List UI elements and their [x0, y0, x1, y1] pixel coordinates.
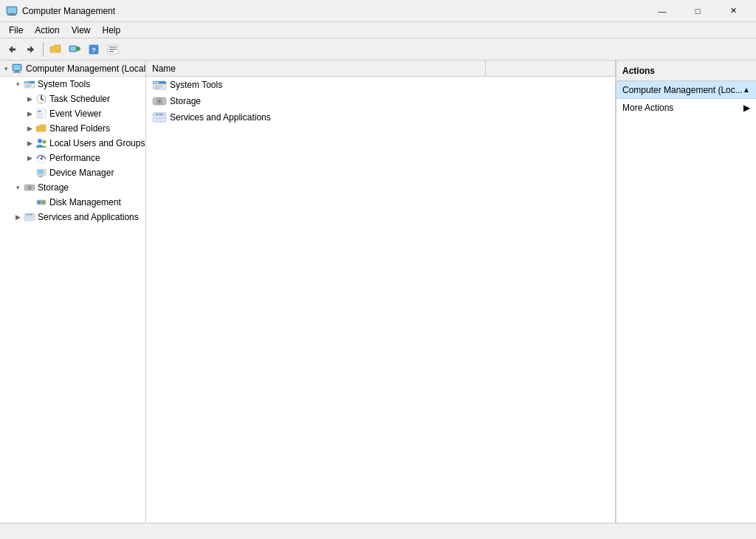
- svg-point-10: [77, 47, 80, 50]
- tree-node-device-manager[interactable]: Device Manager: [0, 165, 145, 180]
- svg-point-30: [41, 98, 42, 100]
- minimize-button[interactable]: —: [645, 0, 679, 22]
- services-apps-expand-icon: ▶: [12, 211, 24, 223]
- local-users-label: Local Users and Groups: [49, 138, 145, 148]
- storage-expand-icon: ▾: [12, 182, 24, 193]
- status-bar: [0, 523, 756, 539]
- svg-rect-44: [39, 176, 42, 177]
- middle-panel: Name System Tools: [146, 61, 616, 523]
- tree-node-local-users[interactable]: ▶ Local Users and Groups: [0, 136, 145, 151]
- svg-point-36: [38, 139, 42, 143]
- performance-label: Performance: [49, 153, 100, 163]
- event-viewer-icon: [35, 108, 47, 120]
- window-title: Computer Management: [22, 6, 645, 16]
- list-item-system-tools-icon: [152, 78, 167, 92]
- forward-button[interactable]: [22, 41, 40, 58]
- svg-rect-26: [26, 86, 30, 87]
- local-users-icon: [35, 137, 47, 149]
- svg-point-65: [156, 113, 158, 115]
- svg-rect-34: [38, 115, 44, 116]
- local-users-expand-icon: ▶: [24, 137, 35, 149]
- folder-button[interactable]: [47, 41, 64, 58]
- close-button[interactable]: ✕: [716, 0, 750, 22]
- action-selected-item[interactable]: Computer Management (Loc... ▲: [616, 81, 756, 99]
- action-more-actions[interactable]: More Actions ▶: [616, 99, 756, 117]
- svg-point-37: [43, 140, 47, 144]
- root-expand-icon: ▾: [0, 63, 12, 75]
- root-label: Computer Management (Local): [26, 63, 146, 74]
- device-manager-icon: [35, 167, 47, 179]
- svg-rect-14: [109, 47, 117, 48]
- back-button[interactable]: [3, 41, 21, 58]
- help-button[interactable]: ?: [85, 41, 103, 58]
- root-computer-icon: [12, 63, 24, 75]
- more-actions-label: More Actions: [622, 103, 673, 113]
- maximize-button[interactable]: □: [681, 0, 715, 22]
- svg-rect-33: [38, 113, 44, 114]
- menu-action[interactable]: Action: [29, 24, 65, 37]
- list-item-storage[interactable]: Storage: [146, 93, 615, 109]
- menu-view[interactable]: View: [66, 24, 97, 37]
- svg-rect-7: [27, 48, 31, 50]
- tree-root[interactable]: ▾ Computer Management (Local): [0, 61, 145, 77]
- folder-icon: [49, 44, 61, 55]
- svg-rect-19: [15, 71, 19, 72]
- svg-point-58: [157, 82, 159, 84]
- tree-node-performance[interactable]: ▶ Performance: [0, 151, 145, 165]
- svg-point-63: [159, 100, 161, 103]
- tree-node-services-apps[interactable]: ▶ Services and Applications: [0, 210, 145, 224]
- menu-help[interactable]: Help: [97, 24, 127, 37]
- list-item-storage-icon: [152, 94, 167, 109]
- svg-rect-20: [13, 72, 21, 72]
- device-manager-label: Device Manager: [49, 168, 114, 178]
- svg-rect-25: [26, 85, 32, 86]
- tree-node-event-viewer[interactable]: ▶ Event Viewer: [0, 106, 145, 121]
- menu-file[interactable]: File: [3, 24, 29, 37]
- svg-point-23: [25, 82, 27, 83]
- task-scheduler-icon: [35, 93, 47, 105]
- name-column-header: Name: [146, 61, 486, 76]
- shared-folders-label: Shared Folders: [49, 123, 110, 134]
- list-item-services-apps-icon: [152, 110, 167, 125]
- connect-icon: [69, 44, 80, 55]
- services-apps-label: Services and Applications: [38, 212, 139, 222]
- shared-folders-icon: [35, 123, 47, 134]
- tree-node-system-tools[interactable]: ▾ System Tools: [0, 77, 145, 92]
- actions-panel: Actions Computer Management (Loc... ▲ Mo…: [616, 61, 756, 523]
- storage-label: Storage: [38, 182, 69, 193]
- tree-node-task-scheduler[interactable]: ▶ Task Scheduler: [0, 92, 145, 106]
- event-viewer-expand-icon: ▶: [24, 108, 35, 120]
- svg-rect-18: [13, 65, 21, 70]
- svg-rect-43: [44, 171, 46, 173]
- tree-node-disk-management[interactable]: Disk Management: [0, 195, 145, 210]
- actions-header: Actions: [616, 61, 756, 81]
- svg-rect-51: [41, 201, 45, 204]
- svg-rect-54: [29, 214, 32, 215]
- menu-bar: File Action View Help: [0, 22, 756, 38]
- forward-icon: [26, 44, 36, 55]
- more-actions-icon: ▶: [743, 103, 750, 113]
- tree-node-shared-folders[interactable]: ▶ Shared Folders: [0, 121, 145, 136]
- connect-button[interactable]: [66, 41, 83, 58]
- app-icon: [6, 5, 18, 17]
- svg-point-24: [27, 82, 29, 83]
- action-selected-arrow: ▲: [743, 86, 750, 94]
- svg-rect-16: [109, 51, 114, 52]
- tree-node-storage[interactable]: ▾ Storage: [0, 180, 145, 195]
- disk-management-label: Disk Management: [49, 197, 121, 207]
- storage-icon: [24, 182, 35, 193]
- tree-panel: ▾ Computer Management (Local) ▾: [0, 61, 146, 523]
- device-manager-expand-icon: [24, 167, 35, 179]
- list-item-system-tools-label: System Tools: [170, 80, 222, 90]
- system-tools-icon: [24, 78, 35, 90]
- list-item-services-apps[interactable]: Services and Applications: [146, 109, 615, 126]
- disk-management-expand-icon: [24, 196, 35, 208]
- svg-point-40: [41, 158, 42, 159]
- list-item-services-apps-label: Services and Applications: [170, 112, 271, 123]
- svg-rect-1: [7, 7, 16, 13]
- svg-point-48: [29, 187, 30, 188]
- list-item-storage-label: Storage: [170, 96, 201, 106]
- list-item-system-tools[interactable]: System Tools: [146, 77, 615, 93]
- properties-button[interactable]: [104, 41, 122, 58]
- action-selected-label: Computer Management (Loc...: [622, 85, 743, 95]
